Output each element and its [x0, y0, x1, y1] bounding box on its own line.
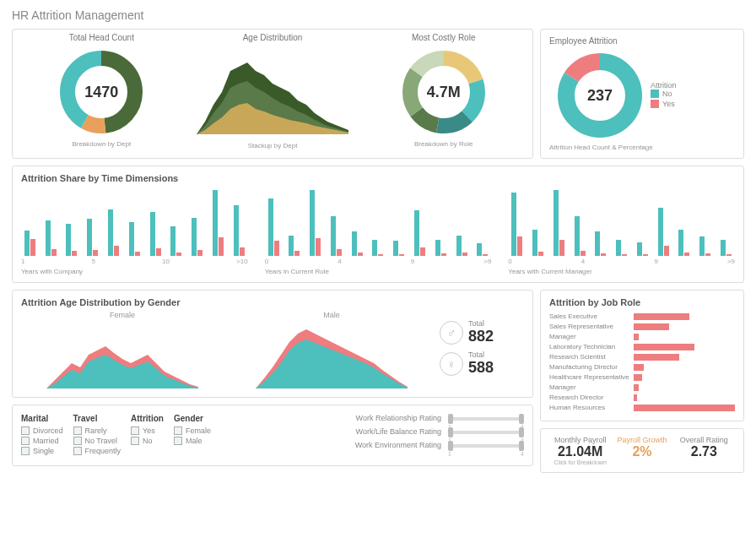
checkbox-icon[interactable]: [21, 426, 30, 435]
filter-option[interactable]: Divorced: [21, 426, 63, 435]
filter-option[interactable]: Male: [174, 437, 211, 445]
legend-item-no[interactable]: No: [651, 90, 735, 98]
costly-title: Most Costly Role: [358, 33, 529, 42]
time-chart[interactable]: 1510>10Years with Company: [21, 188, 248, 275]
headcount-title: Total Head Count: [16, 33, 187, 42]
gender-card: Attrition Age Distribution by Gender Fem…: [12, 290, 533, 398]
agedist-chart[interactable]: [192, 46, 353, 138]
jobrole-title: Attrition by Job Role: [549, 297, 735, 307]
legend-item-yes[interactable]: Yes: [651, 100, 735, 108]
filter-option[interactable]: Married: [21, 437, 63, 445]
filters-card: Marital DivorcedMarriedSingle Travel Rar…: [12, 405, 533, 466]
jobrole-row[interactable]: Manufacturing Director: [549, 363, 735, 371]
attrition-donut[interactable]: 237: [554, 49, 646, 142]
jobrole-row[interactable]: Sales Executive: [549, 312, 735, 320]
female-chart[interactable]: Female: [21, 311, 224, 390]
rating-slider-row: Work Environment Rating14: [221, 441, 524, 449]
attrition-title: Employee Attrition: [549, 36, 735, 46]
monthly-payroll[interactable]: Monthly Payroll 21.04M Click for Breakdo…: [549, 436, 611, 465]
time-dim-title: Attrition Share by Time Dimensions: [21, 173, 735, 183]
agedist-title: Age Distribution: [187, 33, 359, 42]
slider[interactable]: 14: [448, 441, 524, 449]
gender-totals: ♂ Total882 ♀ Total588: [440, 319, 524, 382]
jobrole-row[interactable]: Manager: [549, 333, 735, 340]
headcount-donut[interactable]: 1470: [55, 46, 148, 138]
checkbox-icon[interactable]: [131, 426, 139, 435]
overall-rating: Overall Rating 2.73: [673, 436, 735, 465]
jobrole-row[interactable]: Sales Representative: [549, 323, 735, 330]
attrition-card: Employee Attrition 237 Attrition No Yes: [540, 29, 744, 159]
jobrole-row[interactable]: Manager: [549, 383, 735, 391]
time-chart[interactable]: 049>9Years in Current Role: [265, 188, 492, 275]
costly-metric: Most Costly Role 4.7M Breakdown by Role: [358, 33, 529, 155]
rating-slider-row: Work/Life Balance Rating14: [221, 427, 524, 436]
checkbox-icon[interactable]: [174, 426, 182, 435]
slider[interactable]: 14: [448, 427, 524, 436]
filter-option[interactable]: Frequently: [73, 447, 122, 455]
filter-option[interactable]: Female: [174, 426, 211, 435]
jobrole-row[interactable]: Healthcare Representative: [549, 373, 735, 381]
filter-option[interactable]: Yes: [131, 426, 164, 435]
checkbox-icon[interactable]: [73, 447, 82, 455]
male-icon: ♂: [440, 321, 463, 345]
costly-donut[interactable]: 4.7M: [397, 46, 490, 138]
checkbox-icon[interactable]: [21, 437, 30, 445]
jobrole-row[interactable]: Research Director: [549, 394, 735, 401]
headcount-metric: Total Head Count 1470 Breakdown by Dept: [16, 33, 187, 155]
checkbox-icon[interactable]: [73, 426, 82, 435]
slider[interactable]: 14: [448, 414, 524, 422]
jobrole-card: Attrition by Job Role Sales ExecutiveSal…: [540, 290, 744, 421]
legend-title: Attrition: [651, 81, 735, 90]
headcount-value: 1470: [55, 46, 148, 138]
jobrole-row[interactable]: Research Scientist: [549, 353, 735, 361]
checkbox-icon[interactable]: [131, 437, 139, 445]
bottom-metrics-card: Monthly Payroll 21.04M Click for Breakdo…: [540, 428, 744, 473]
filter-attrition: Attrition YesNo: [131, 414, 164, 457]
filter-gender: Gender FemaleMale: [174, 414, 211, 457]
attrition-sub: Attrition Head Count & Percentage: [549, 144, 735, 151]
female-icon: ♀: [440, 352, 463, 376]
headcount-sub: Breakdown by Dept: [16, 140, 187, 148]
filter-travel: Travel RarelyNo TravelFrequently: [73, 414, 122, 457]
filter-option[interactable]: Single: [21, 447, 63, 455]
agedist-metric: Age Distribution Stackup by Dept: [187, 33, 359, 155]
filter-option[interactable]: Rarely: [73, 426, 122, 435]
rating-slider-row: Work Relationship Rating14: [221, 414, 524, 422]
attrition-legend: Attrition No Yes: [651, 81, 735, 110]
page-title: HR Attrition Management: [12, 8, 744, 22]
ratings-sliders: Work Relationship Rating14Work/Life Bala…: [221, 414, 524, 457]
filter-option[interactable]: No Travel: [73, 437, 122, 445]
time-chart[interactable]: 049>9Years with Current Manager: [508, 188, 735, 275]
checkbox-icon[interactable]: [21, 447, 30, 455]
female-total: ♀ Total588: [440, 350, 524, 377]
time-dimensions-card: Attrition Share by Time Dimensions 1510>…: [12, 166, 744, 283]
jobrole-row[interactable]: Human Resources: [549, 404, 735, 411]
agedist-sub: Stackup by Dept: [187, 142, 359, 149]
attrition-value: 237: [554, 49, 646, 142]
filter-option[interactable]: No: [131, 437, 164, 445]
top-metrics-card: Total Head Count 1470 Breakdown by Dept …: [12, 29, 533, 159]
costly-value: 4.7M: [397, 46, 490, 138]
gender-title: Attrition Age Distribution by Gender: [21, 297, 524, 307]
jobrole-row[interactable]: Laboratory Technician: [549, 343, 735, 350]
payroll-growth: Payroll Growth 2%: [611, 436, 672, 465]
costly-sub: Breakdown by Role: [358, 140, 529, 148]
checkbox-icon[interactable]: [174, 437, 182, 445]
male-total: ♂ Total882: [440, 319, 524, 345]
checkbox-icon[interactable]: [73, 437, 82, 445]
filter-marital: Marital DivorcedMarriedSingle: [21, 414, 63, 457]
male-chart[interactable]: Male: [230, 311, 433, 390]
